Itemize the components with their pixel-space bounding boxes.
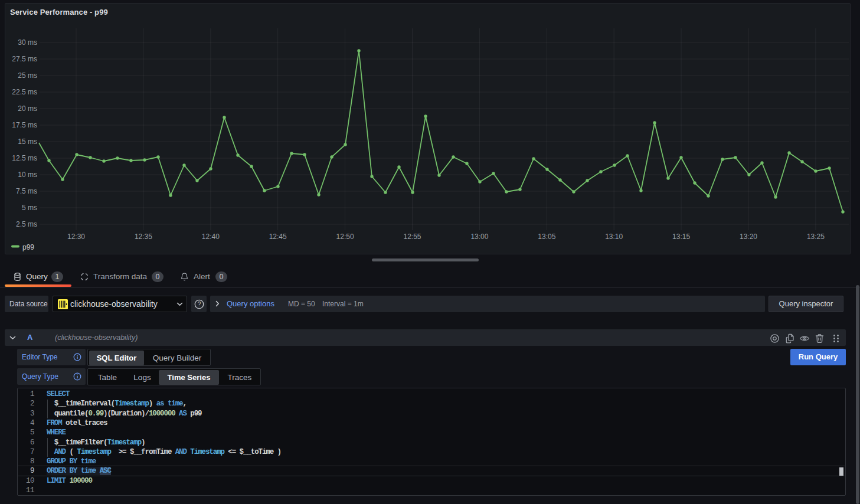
svg-text:12:45: 12:45 (269, 233, 287, 241)
svg-text:7.5 ms: 7.5 ms (16, 187, 37, 195)
svg-text:20 ms: 20 ms (18, 104, 37, 113)
svg-text:2.5 ms: 2.5 ms (16, 220, 37, 228)
svg-text:17.5 ms: 17.5 ms (12, 121, 37, 129)
svg-text:13:00: 13:00 (470, 233, 488, 241)
svg-text:27.5 ms: 27.5 ms (12, 55, 37, 63)
svg-text:10 ms: 10 ms (18, 171, 37, 179)
svg-text:12:30: 12:30 (67, 233, 85, 241)
svg-text:12:50: 12:50 (336, 233, 354, 241)
svg-text:25 ms: 25 ms (18, 71, 37, 80)
svg-text:15 ms: 15 ms (18, 138, 37, 146)
svg-text:?: ? (197, 301, 201, 307)
svg-text:12:35: 12:35 (135, 233, 152, 241)
svg-text:13:10: 13:10 (605, 233, 623, 241)
svg-text:13:15: 13:15 (672, 233, 690, 241)
svg-text:22.5 ms: 22.5 ms (12, 88, 37, 96)
svg-text:5 ms: 5 ms (22, 204, 37, 212)
svg-text:12:55: 12:55 (403, 233, 421, 241)
svg-text:12:40: 12:40 (202, 233, 220, 241)
svg-text:30 ms: 30 ms (18, 38, 37, 47)
svg-text:13:05: 13:05 (538, 233, 555, 241)
svg-text:12.5 ms: 12.5 ms (12, 154, 37, 162)
svg-text:p99: p99 (22, 243, 34, 251)
svg-text:13:20: 13:20 (740, 233, 757, 241)
svg-text:13:25: 13:25 (807, 233, 825, 241)
